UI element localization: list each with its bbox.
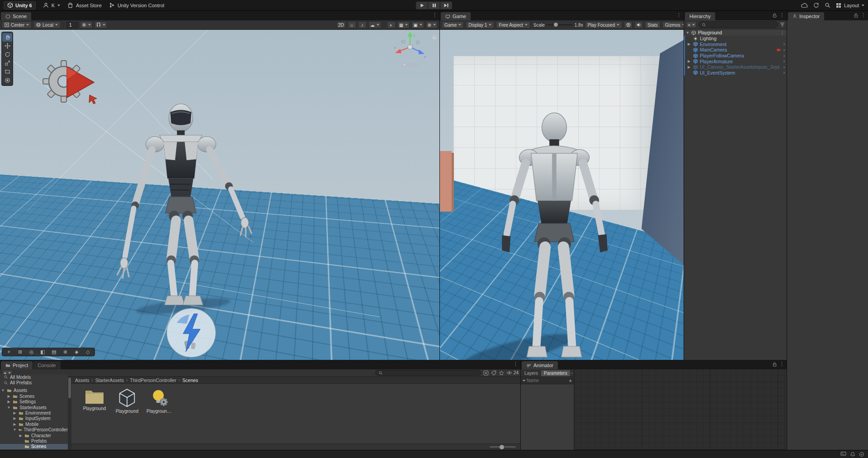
pan-tool-icon[interactable]: ⊞ [15,349,25,356]
scale-tool-button[interactable] [2,59,12,67]
layers-view-icon[interactable]: ▤ [49,349,59,356]
version-control-button[interactable]: Unity Version Control [109,2,164,8]
project-tree-scrollbar[interactable] [68,377,71,450]
asset-playground-scene[interactable]: Playground [114,388,140,414]
prefab-open-chevron-icon[interactable]: › [783,65,787,70]
project-search-field[interactable] [375,370,481,376]
parameter-list[interactable] [521,384,574,450]
gizmo-lock-icon[interactable] [432,34,437,40]
scene-visibility-filter-icon[interactable] [780,22,785,27]
scene-effects-dropdown[interactable]: ☁ [368,21,381,28]
capture-icon[interactable] [624,21,632,28]
prefab-open-chevron-icon[interactable]: › [783,59,787,64]
rotate-tool-button[interactable] [2,50,12,59]
tab-animator[interactable]: Animator [522,361,558,369]
tree-item-character[interactable]: ▶ Character [0,433,68,438]
hierarchy-item-ui-eventsystem[interactable]: UI_EventSystem › [684,70,787,76]
link-view-icon[interactable]: ◇ [83,349,93,356]
hierarchy-item-environment[interactable]: ▶ Environment › [684,42,787,47]
tree-item-mobile[interactable]: ▶ Mobile [0,421,68,427]
prefab-open-chevron-icon[interactable]: › [783,70,787,75]
zoom-tool-icon[interactable]: ◎ [26,349,37,356]
camera-gizmo-icon[interactable] [163,305,219,360]
aspect-ratio-dropdown[interactable]: Free Aspect [496,21,530,28]
breadcrumb-starterassets[interactable]: StarterAssets [95,378,124,383]
mute-audio-icon[interactable] [634,21,643,28]
tool-handle-rotation-dropdown[interactable]: Local [33,21,61,28]
scene-viewport[interactable]: ⌖ ⊞ ◎ ◧ ▤ ⊕ ◈ ◇ [0,30,439,360]
stats-button[interactable]: Stats [645,21,660,28]
scene-camera-settings-dropdown[interactable]: ▣ [411,21,424,28]
zoom-slider-handle[interactable] [500,445,504,449]
panel-menu-icon[interactable]: ⋮ [779,362,784,367]
panel-lock-icon[interactable] [773,362,777,367]
cloud-icon[interactable] [801,3,808,8]
hierarchy-item-playerarmature[interactable]: ▶ PlayerArmature › [684,58,787,64]
project-search-input[interactable] [385,370,478,375]
hierarchy-search-input[interactable] [708,22,775,27]
hidden-objects-toggle[interactable]: ◐ [387,21,396,28]
hierarchy-item-lighting[interactable]: Lighting [684,36,787,42]
play-button[interactable] [416,1,428,9]
panel-lock-icon[interactable] [854,13,858,18]
animator-graph-area[interactable] [574,369,787,450]
parameter-search-input[interactable] [527,378,568,383]
parameter-search-field[interactable]: + [521,377,574,384]
scene-orientation-gizmo[interactable]: y x z ◄ Persp [391,31,429,67]
step-button[interactable] [440,1,453,9]
breadcrumb-scenes[interactable]: Scenes [182,378,198,383]
game-target-dropdown[interactable]: Game [442,21,464,28]
tree-item-all-prefabs[interactable]: All Prefabs [0,380,68,385]
grid-size-input[interactable] [69,23,75,28]
play-focused-dropdown[interactable]: Play Focused [585,21,623,28]
account-menu[interactable]: K [43,2,60,8]
thumbnail-zoom-slider[interactable] [490,446,516,448]
move-tool-button[interactable] [2,42,12,50]
favorites-star-icon[interactable] [499,370,504,376]
layout-dropdown[interactable]: Layout [836,3,864,8]
frame-tool-icon[interactable]: ◧ [38,349,48,356]
expand-arrow-icon[interactable]: ▶ [688,42,690,46]
search-icon[interactable] [825,2,830,8]
tab-console[interactable]: Console [33,361,60,369]
grid-visibility-dropdown[interactable]: ▦ [397,21,410,28]
tab-project[interactable]: Project [1,361,33,369]
grid-size-field[interactable] [66,22,78,28]
transform-tool-button[interactable] [2,76,12,85]
background-tasks-icon[interactable] [859,452,864,457]
tree-item-scenes-selected[interactable]: Scenes [0,444,68,449]
tree-item-thirdpersoncontroller[interactable]: ▼ ThirdPersonController [0,427,68,433]
collapse-arrow-icon[interactable]: ▼ [686,31,689,35]
search-by-label-icon[interactable] [491,370,496,376]
breadcrumb-assets[interactable]: Assets [75,378,90,383]
tab-game[interactable]: Game [441,12,471,20]
scene-menu-icon[interactable]: ⋮ [780,30,785,36]
tree-item-scenes[interactable]: ▶ Scenes [0,393,68,399]
grid-snap-dropdown[interactable] [80,21,93,28]
animator-layers-tab[interactable]: Layers [522,370,541,376]
gizmos-dropdown[interactable]: ⊕ [426,21,438,28]
tree-item-all-models[interactable]: All Models [0,374,68,380]
gizmos-dropdown[interactable]: Gizmos [662,21,684,28]
animator-parameters-tab[interactable]: Parameters [541,370,570,376]
scale-slider[interactable] [547,24,573,25]
console-status-icon[interactable] [840,452,846,457]
tree-item-inputsystem[interactable]: ▶ InputSystem [0,416,68,421]
tool-handle-pivot-dropdown[interactable]: Center [2,21,32,28]
search-by-type-icon[interactable] [483,370,489,376]
tree-item-environment[interactable]: ▶ Environment [0,410,68,416]
tab-inspector[interactable]: Inspector [788,12,824,20]
prefab-open-chevron-icon[interactable]: › [783,47,787,52]
eye-icon[interactable] [571,371,573,375]
search-view-icon[interactable]: ⊕ [60,349,71,356]
snap-increment-dropdown[interactable] [94,21,107,28]
tree-item-assets[interactable]: ▼ Assets [0,388,68,393]
robot-character[interactable] [99,98,262,324]
orbit-tool-icon[interactable]: ⌖ [4,349,14,356]
hierarchy-item-maincamera[interactable]: MainCamera › [684,47,787,53]
pause-button[interactable] [428,1,440,9]
history-icon[interactable] [813,2,819,8]
panel-menu-icon[interactable]: ⋮ [779,13,784,18]
tab-hierarchy[interactable]: Hierarchy [685,12,715,20]
notifications-bell-icon[interactable] [850,452,855,457]
